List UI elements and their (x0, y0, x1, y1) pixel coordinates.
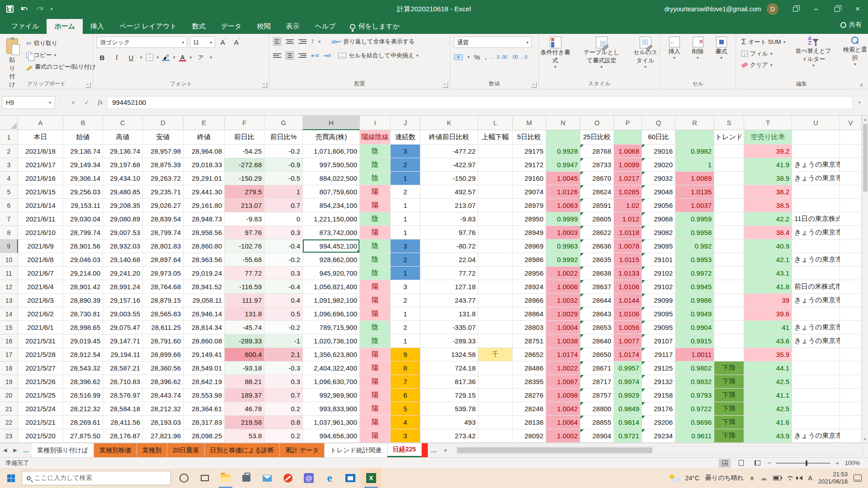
column-header-Q[interactable]: Q (642, 116, 675, 130)
cell-G11[interactable]: 0.3 (264, 267, 303, 280)
cell-C22[interactable]: 28,411.56 (103, 416, 143, 429)
cell-H20[interactable]: 992,969,900 (303, 389, 360, 402)
cell-P20[interactable]: 0.9929 (614, 389, 642, 402)
cell-E14[interactable]: 28,946.14 (184, 307, 225, 321)
cell-D16[interactable]: 28,791.60 (143, 334, 184, 348)
cell-Q11[interactable]: 29102 (642, 267, 675, 280)
cell-N4[interactable]: 1.0045 (546, 172, 580, 185)
cell-H4[interactable]: 884,022,500 (303, 172, 360, 185)
cell-C16[interactable]: 29,147.71 (103, 334, 143, 348)
weather-desc[interactable]: 曇りのち晴れ (705, 474, 744, 482)
cell-G7[interactable]: 0 (264, 212, 303, 226)
cell-A13[interactable]: 2021/6/3 (18, 294, 63, 307)
cell-O17[interactable]: 28650 (580, 348, 614, 361)
borders-icon[interactable] (146, 54, 153, 61)
cell-F15[interactable]: -45.74 (225, 321, 264, 334)
cell-B6[interactable]: 29,153.11 (63, 199, 103, 212)
cell-S23[interactable]: 下降 (714, 429, 744, 443)
cell-J8[interactable]: 1 (391, 226, 420, 239)
cell-N3[interactable]: 0.9947 (546, 158, 580, 172)
vertical-scrollbar[interactable]: ▲ ▼ (862, 116, 868, 443)
font-dialog-launcher[interactable]: ↘ (262, 82, 267, 88)
cell-Q13[interactable]: 29099 (642, 294, 675, 307)
accounting-format-icon[interactable]: ¥ (454, 54, 463, 60)
cell-N19[interactable]: 1.0087 (546, 375, 580, 389)
cell-F12[interactable]: -116.59 (225, 280, 264, 294)
cell-F13[interactable]: 111.97 (225, 294, 264, 307)
cell-C6[interactable]: 29,208.35 (103, 199, 143, 212)
align-middle-icon[interactable] (286, 39, 294, 44)
cell-M4[interactable]: 29160 (513, 172, 546, 185)
autosum-button[interactable]: Σオート SUM▾ (740, 37, 787, 47)
page-layout-view-button[interactable] (735, 459, 747, 468)
cell-I12[interactable]: 陽 (360, 280, 391, 294)
cell-V1[interactable] (840, 130, 862, 145)
row-header-17[interactable]: 17 (0, 348, 18, 361)
account-email[interactable]: dryyourtearswithlove1@gmail.com (665, 5, 761, 13)
cell-F17[interactable]: 600.4 (225, 348, 264, 361)
cell-D23[interactable]: 27,821.96 (143, 429, 184, 443)
cell-O12[interactable]: 28637 (580, 280, 614, 294)
add-sheet-button[interactable]: ＋ (439, 443, 451, 457)
cell-L4[interactable] (478, 172, 513, 185)
column-header-U[interactable]: U (792, 116, 840, 130)
cell-U13[interactable]: きょうの東京市場は (792, 294, 840, 307)
cell-U6[interactable] (792, 199, 840, 212)
cell-S9[interactable] (714, 239, 744, 253)
sheet-tab-日経225[interactable]: 日経225 (387, 443, 422, 457)
cell-L23[interactable] (478, 429, 513, 443)
cell-P1[interactable] (614, 130, 642, 145)
page-break-view-button[interactable] (751, 459, 763, 468)
cell-S10[interactable] (714, 253, 744, 267)
cell-H10[interactable]: 928,662,000 (303, 253, 360, 267)
cell-Q23[interactable]: 29234 (642, 429, 675, 443)
cell-K1[interactable]: 終値前日比較 (420, 130, 478, 145)
cell-F6[interactable]: 213.07 (225, 199, 264, 212)
horizontal-scrollbar[interactable] (456, 446, 863, 455)
cell-G5[interactable]: 1 (264, 185, 303, 199)
cut-button[interactable]: ✂切り取り (24, 38, 98, 48)
cell-Q22[interactable]: 29206 (642, 416, 675, 429)
cell-F3[interactable]: -272.68 (225, 158, 264, 172)
cell-B22[interactable]: 28,269.61 (63, 416, 103, 429)
zoom-in-button[interactable]: ＋ (835, 459, 840, 467)
cell-H7[interactable]: 1,221,150,000 (303, 212, 360, 226)
cell-H19[interactable]: 1,096,630,700 (303, 375, 360, 389)
cell-E17[interactable]: 29,149.41 (184, 348, 225, 361)
cell-M20[interactable]: 28276 (513, 389, 546, 402)
cell-R22[interactable]: 0.9696 (675, 416, 714, 429)
cell-S4[interactable] (714, 172, 744, 185)
format-painter-button[interactable]: 書式のコピー/貼り付け (24, 62, 98, 72)
cell-M18[interactable]: 28486 (513, 361, 546, 375)
cell-U5[interactable] (792, 185, 840, 199)
ribbon-tab-数式[interactable]: 数式 (184, 19, 213, 34)
cell-L20[interactable] (478, 389, 513, 402)
cell-I5[interactable]: 陽 (360, 185, 391, 199)
cell-P2[interactable]: 1.0068 (614, 145, 642, 158)
italic-button[interactable]: I (111, 52, 122, 63)
cell-I20[interactable]: 陽 (360, 389, 391, 402)
row-header-1[interactable]: 1 (0, 130, 18, 145)
cell-J22[interactable]: 4 (391, 416, 420, 429)
cell-K13[interactable]: 243.77 (420, 294, 478, 307)
cell-F8[interactable]: 97.76 (225, 226, 264, 239)
cell-C13[interactable]: 29,157.16 (103, 294, 143, 307)
cell-K22[interactable]: 493 (420, 416, 478, 429)
font-name-combo[interactable]: 游ゴシック▾ (97, 37, 187, 48)
copy-button[interactable]: コピー▾ (24, 50, 98, 60)
cell-D15[interactable]: 28,611.25 (143, 321, 184, 334)
cell-H9[interactable]: 994,452,100 (303, 239, 360, 253)
cell-K12[interactable]: 127.18 (420, 280, 478, 294)
cell-T22[interactable]: 41.6 (744, 416, 792, 429)
file-explorer-button[interactable] (215, 468, 236, 488)
cell-K16[interactable]: -289.33 (420, 334, 478, 348)
cell-R23[interactable]: 0.9611 (675, 429, 714, 443)
cell-J20[interactable]: 6 (391, 389, 420, 402)
conditional-formatting-button[interactable]: 条件付き書式▾ (536, 37, 575, 69)
cell-V11[interactable] (840, 267, 862, 280)
cell-B18[interactable]: 28,543.32 (63, 361, 103, 375)
store-button[interactable] (236, 468, 257, 488)
cell-G1[interactable]: 前日比% (264, 130, 303, 145)
row-header-21[interactable]: 21 (0, 402, 18, 416)
cell-D20[interactable]: 28,443.74 (143, 389, 184, 402)
